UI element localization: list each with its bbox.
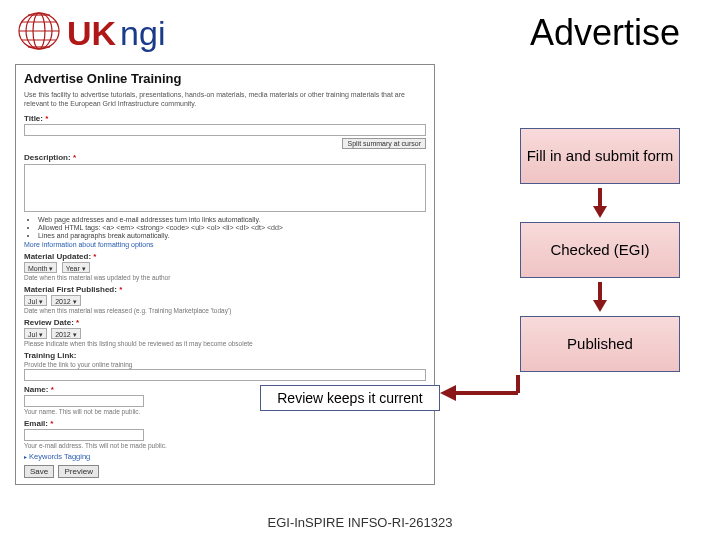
main-content: Advertise Online Training Use this facil… bbox=[0, 56, 720, 485]
flow-box-published: Published bbox=[520, 316, 680, 372]
triangle-right-icon: ▸ bbox=[24, 454, 27, 460]
flow-column: Fill in and submit form Checked (EGI) Pu… bbox=[520, 128, 680, 372]
logo-uk: UK bbox=[67, 14, 116, 53]
review-date-label: Review Date: * bbox=[24, 318, 426, 327]
year-select-2[interactable]: 2012 ▾ bbox=[51, 295, 81, 306]
form-panel: Advertise Online Training Use this facil… bbox=[15, 64, 435, 485]
material-updated-hint: Date when this material was updated by t… bbox=[24, 274, 426, 281]
form-description: Use this facility to advertise tutorials… bbox=[24, 90, 426, 108]
description-textarea[interactable] bbox=[24, 164, 426, 212]
year-select[interactable]: Year ▾ bbox=[62, 262, 90, 273]
flow-box-submit: Fill in and submit form bbox=[520, 128, 680, 184]
header: UK ngi Advertise bbox=[0, 0, 720, 56]
page-title: Advertise bbox=[530, 12, 680, 54]
chevron-down-icon: ▾ bbox=[82, 265, 86, 272]
keywords-tagging-toggle[interactable]: ▸ Keywords Tagging bbox=[24, 452, 426, 461]
title-input[interactable] bbox=[24, 124, 426, 136]
title-label: Title: * bbox=[24, 114, 426, 123]
email-label: Email: * bbox=[24, 419, 426, 428]
more-info-link[interactable]: More information about formatting option… bbox=[24, 241, 426, 248]
flow-box-checked: Checked (EGI) bbox=[520, 222, 680, 278]
month-select[interactable]: Month ▾ bbox=[24, 262, 57, 273]
chevron-down-icon: ▾ bbox=[73, 331, 77, 338]
name-input[interactable] bbox=[24, 395, 144, 407]
year-select-3[interactable]: 2012 ▾ bbox=[51, 328, 81, 339]
material-first-hint: Date when this material was released (e.… bbox=[24, 307, 426, 314]
list-item: Lines and paragraphs break automatically… bbox=[38, 232, 426, 239]
list-item: Allowed HTML tags: <a> <em> <strong> <co… bbox=[38, 224, 426, 231]
logo-text: UK ngi bbox=[67, 14, 165, 53]
save-button[interactable]: Save bbox=[24, 465, 54, 478]
svg-marker-9 bbox=[593, 206, 607, 218]
logo-ngi: ngi bbox=[120, 14, 165, 53]
training-link-label: Training Link: bbox=[24, 351, 426, 360]
svg-marker-11 bbox=[593, 300, 607, 312]
arrow-left-icon bbox=[440, 375, 520, 415]
form-heading: Advertise Online Training bbox=[24, 71, 426, 86]
email-input[interactable] bbox=[24, 429, 144, 441]
svg-marker-14 bbox=[440, 385, 456, 401]
month-select-2[interactable]: Jul ▾ bbox=[24, 295, 47, 306]
training-link-hint: Provide the link to your online training bbox=[24, 361, 426, 368]
preview-button[interactable]: Preview bbox=[58, 465, 98, 478]
month-select-3[interactable]: Jul ▾ bbox=[24, 328, 47, 339]
split-summary-button[interactable]: Split summary at cursor bbox=[342, 138, 426, 149]
chevron-down-icon: ▾ bbox=[73, 298, 77, 305]
chevron-down-icon: ▾ bbox=[39, 298, 43, 305]
review-date-hint: Please indicate when this listing should… bbox=[24, 340, 426, 347]
chevron-down-icon: ▾ bbox=[39, 331, 43, 338]
logo: UK ngi bbox=[15, 10, 165, 56]
review-box: Review keeps it current bbox=[260, 385, 440, 411]
description-label: Description: * bbox=[24, 153, 426, 162]
globe-icon bbox=[15, 10, 63, 56]
material-first-label: Material First Published: * bbox=[24, 285, 426, 294]
format-hints-list: Web page addresses and e-mail addresses … bbox=[38, 216, 426, 239]
chevron-down-icon: ▾ bbox=[49, 265, 53, 272]
list-item: Web page addresses and e-mail addresses … bbox=[38, 216, 426, 223]
arrow-down-icon bbox=[520, 278, 680, 316]
material-updated-label: Material Updated: * bbox=[24, 252, 426, 261]
footer-text: EGI-InSPIRE INFSO-RI-261323 bbox=[0, 515, 720, 530]
arrow-down-icon bbox=[520, 184, 680, 222]
email-hint: Your e-mail address. This will not be ma… bbox=[24, 442, 426, 449]
training-link-input[interactable] bbox=[24, 369, 426, 381]
